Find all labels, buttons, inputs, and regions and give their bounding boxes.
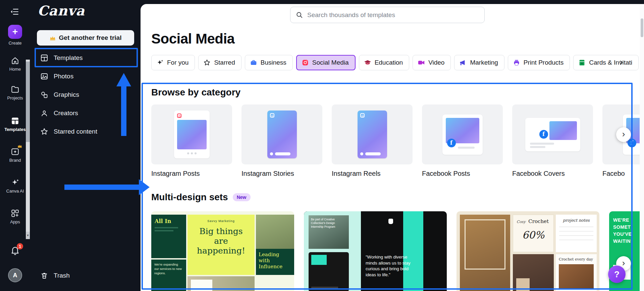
avatar[interactable]: A: [8, 268, 22, 282]
category-thumbnail: f: [422, 104, 503, 164]
plus-icon: +: [12, 27, 18, 37]
chip-video[interactable]: Video: [413, 55, 451, 70]
sidebar-item-templates[interactable]: Templates: [35, 50, 136, 66]
design-set-crochet[interactable]: Cosy Crochet 60% project notes Crochet e…: [457, 211, 599, 291]
instagram-post-mockup: [174, 111, 210, 158]
multi-design-sets-row: All In Savvy Marketing Big things are ha…: [151, 211, 640, 291]
canva-logo[interactable]: Canva: [38, 3, 85, 18]
facebook-cover-mockup: f: [525, 118, 580, 151]
instagram-glyph-icon: [360, 113, 365, 118]
templates-icon: [40, 54, 48, 62]
photos-icon: [40, 72, 48, 80]
star-outline-icon: [203, 59, 211, 66]
sparkles-icon: [11, 178, 19, 187]
chip-label: Business: [261, 59, 286, 66]
category-facebook-covers[interactable]: f Facebook Covers: [512, 104, 593, 177]
printer-icon: [513, 59, 520, 66]
create-button[interactable]: + Create: [0, 25, 30, 46]
home-label: Home: [9, 67, 21, 72]
search-bar[interactable]: [290, 7, 485, 23]
multi-design-sets-heading: Multi-design sets: [151, 192, 228, 203]
categories-next-button[interactable]: ›: [616, 127, 631, 142]
chips-scroll-chevron[interactable]: ›: [620, 57, 623, 67]
sidebar-item-starred-content[interactable]: Starred content: [35, 123, 136, 140]
notifications-button[interactable]: 1: [0, 245, 30, 255]
page-scrollbar[interactable]: [640, 4, 644, 291]
category-thumbnail: [151, 104, 232, 164]
set-text: Cosy: [517, 220, 526, 224]
category-thumbnail: f: [512, 104, 593, 164]
briefcase-icon: [250, 59, 257, 66]
create-label: Create: [8, 41, 21, 46]
sidebar-scrollbar[interactable]: ▼: [26, 60, 30, 239]
sidebar-item-trash[interactable]: Trash: [35, 267, 136, 284]
sidebar-item-label: Photos: [54, 73, 73, 80]
page-scrollbar-thumb[interactable]: [641, 18, 643, 37]
collapse-sidebar-button[interactable]: [8, 5, 21, 18]
page-title: Social Media: [151, 31, 234, 47]
creators-icon: [40, 109, 48, 117]
set-text: 60%: [517, 229, 550, 241]
category-cards-row: Instagram Posts Instagram Stories: [151, 104, 640, 177]
trash-label: Trash: [54, 272, 70, 279]
category-thumbnail: [241, 104, 322, 164]
category-label: Instagram Posts: [151, 170, 232, 177]
free-trial-label: Get another free trial: [59, 34, 122, 42]
chip-for-you[interactable]: For you: [151, 55, 195, 70]
graduation-cap-icon: [364, 59, 371, 66]
set-text: Leading with Influence: [256, 249, 294, 275]
sidebar-item-label: Creators: [54, 110, 78, 117]
set-text: All In: [155, 218, 183, 224]
category-label: Instagram Reels: [332, 170, 413, 177]
design-set-green-marketing[interactable]: All In Savvy Marketing Big things are ha…: [151, 211, 294, 291]
sidebar-item-label: Starred content: [54, 128, 97, 135]
sidebar-item-creators[interactable]: Creators: [35, 105, 136, 122]
set-text: We're expanding our services to new regi…: [151, 260, 186, 291]
crown-icon: [17, 144, 22, 148]
sidebar-item-photos[interactable]: Photos: [35, 68, 136, 85]
instagram-story-mockup: [267, 111, 297, 158]
chip-label: Education: [375, 59, 403, 66]
free-trial-button[interactable]: Get another free trial: [37, 30, 134, 46]
sidebar-item-graphics[interactable]: Graphics: [35, 86, 136, 103]
set-text: Savvy Marketing: [192, 219, 250, 223]
facebook-logo: f: [447, 139, 456, 147]
search-icon: [296, 11, 303, 19]
folder-icon: [11, 85, 19, 94]
set-text: Big things are happening!: [192, 227, 250, 256]
sidebar-scrollbar-down-button[interactable]: ▼: [26, 232, 30, 239]
category-instagram-reels[interactable]: Instagram Reels: [332, 104, 413, 177]
trash-icon: [40, 272, 48, 280]
home-icon: [11, 56, 19, 65]
design-set-teal-quote[interactable]: Be part of Creative Collective's Design …: [304, 211, 447, 291]
chip-starred[interactable]: Starred: [198, 55, 241, 70]
card-icon: [578, 59, 586, 66]
search-input[interactable]: [307, 11, 479, 19]
collapse-menu-icon: [10, 7, 19, 16]
category-label: Instagram Stories: [241, 170, 322, 177]
help-button[interactable]: ?: [608, 266, 626, 283]
chip-cards-invitations[interactable]: Cards & Invitati: [573, 55, 639, 70]
chip-label: Marketing: [470, 59, 498, 66]
crown-icon: [50, 35, 56, 41]
set-text: Crochet every day: [559, 257, 594, 262]
apple-logo: [388, 219, 393, 224]
category-facebook-posts[interactable]: f Facebook Posts: [422, 104, 503, 177]
set-text: project notes: [559, 218, 593, 223]
chip-education[interactable]: Education: [359, 55, 410, 70]
canva-app: + Create Home Projects Templates Brand C…: [0, 0, 644, 291]
sidebar-item-label: Templates: [54, 54, 83, 62]
chip-print-products[interactable]: Print Products: [508, 55, 570, 70]
projects-label: Projects: [7, 95, 23, 100]
chip-marketing[interactable]: Marketing: [454, 55, 504, 70]
category-label: Facebo: [602, 170, 640, 177]
brand-kit-icon: [11, 147, 19, 156]
chip-label: Video: [428, 59, 444, 66]
category-instagram-stories[interactable]: Instagram Stories: [241, 104, 322, 177]
chip-social-media[interactable]: Social Media: [296, 55, 356, 70]
chip-business[interactable]: Business: [245, 55, 293, 70]
category-instagram-posts[interactable]: Instagram Posts: [151, 104, 232, 177]
chip-label: For you: [167, 59, 189, 66]
sidebar-scrollbar-thumb[interactable]: [26, 62, 30, 142]
star-icon: [40, 128, 48, 136]
